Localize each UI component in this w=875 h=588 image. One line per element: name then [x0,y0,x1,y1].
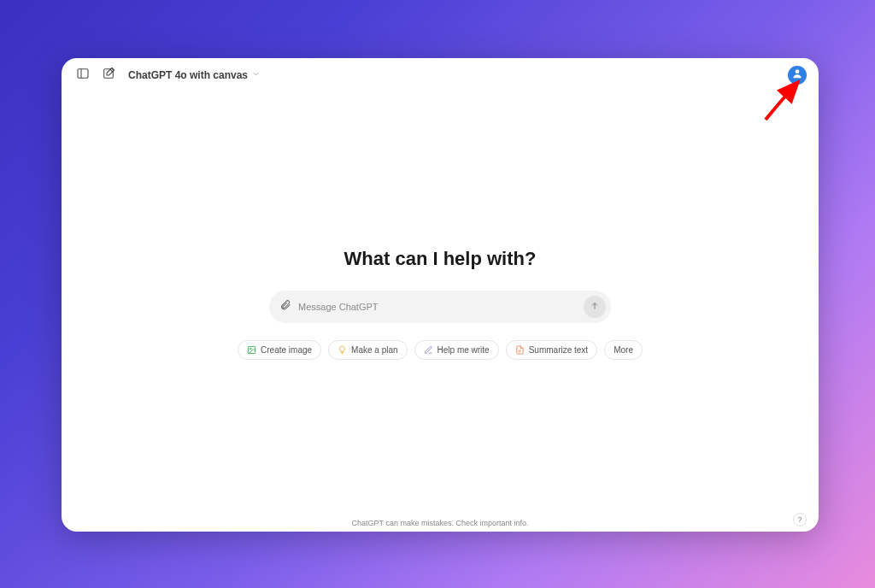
paperclip-icon [279,299,291,315]
arrow-up-icon [590,299,600,315]
lightbulb-icon [338,345,347,355]
model-picker[interactable]: ChatGPT 4o with canvas [125,68,264,83]
chat-input-bar[interactable] [269,291,611,323]
new-chat-icon [102,67,115,84]
chip-label: Help me write [438,345,490,355]
help-button[interactable]: ? [793,513,807,526]
svg-rect-0 [78,69,88,79]
new-chat-button[interactable] [99,66,118,85]
chip-label: More [614,345,633,355]
svg-point-3 [796,69,800,74]
main-area: What can I help with? Create image [62,92,819,514]
chip-create-image[interactable]: Create image [238,340,321,360]
chip-help-write[interactable]: Help me write [414,340,499,360]
app-window: ChatGPT 4o with canvas What can I help w… [62,58,819,532]
chip-label: Make a plan [351,345,397,355]
page-headline: What can I help with? [344,248,537,270]
user-avatar-button[interactable] [788,66,807,85]
help-label: ? [797,515,802,524]
svg-point-6 [250,348,251,350]
image-icon [247,345,256,355]
sidebar-toggle-icon [76,67,90,84]
app-header: ChatGPT 4o with canvas [62,58,819,92]
chip-summarize[interactable]: Summarize text [506,340,597,360]
disclaimer-text: ChatGPT can make mistakes. Check importa… [352,519,529,527]
suggestion-chips: Create image Make a plan Help me write S… [238,340,643,360]
user-avatar-icon [791,68,803,83]
chevron-down-icon [251,69,261,81]
sidebar-toggle-button[interactable] [73,66,92,85]
attach-button[interactable] [279,299,291,315]
send-button[interactable] [584,296,606,318]
chip-label: Summarize text [529,345,588,355]
chip-make-plan[interactable]: Make a plan [328,340,407,360]
model-picker-label: ChatGPT 4o with canvas [128,69,248,81]
chip-label: Create image [261,345,312,355]
chip-more[interactable]: More [604,340,643,360]
pencil-icon [424,345,433,355]
footer: ChatGPT can make mistakes. Check importa… [62,514,819,532]
svg-rect-2 [104,69,114,79]
chat-input[interactable] [298,302,577,312]
document-icon [515,345,525,355]
